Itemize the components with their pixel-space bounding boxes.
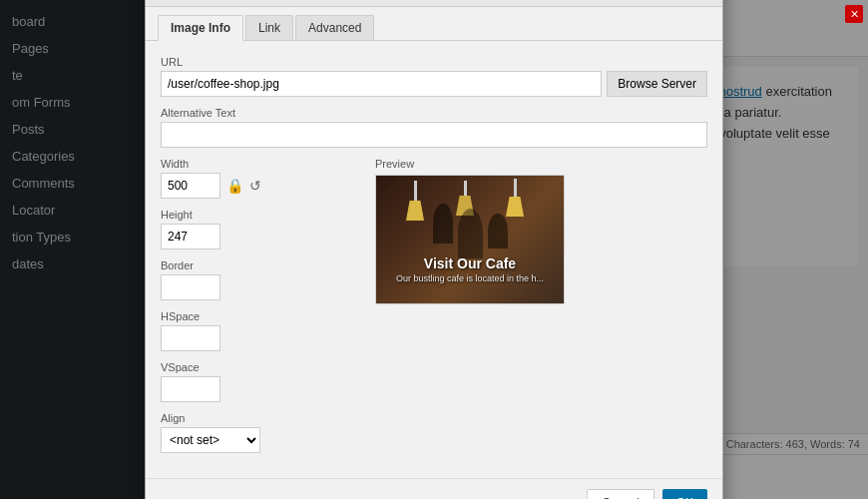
modal-overlay: Image Properties × Image Info Link Advan… bbox=[0, 0, 868, 499]
align-select[interactable]: <not set> Left Right Center bbox=[161, 427, 260, 453]
hspace-input[interactable] bbox=[161, 325, 220, 351]
cancel-button[interactable]: Cancel bbox=[587, 489, 653, 499]
modal-left-panel: Width 🔒 ↺ Height Border bbox=[161, 158, 360, 463]
cafe-image: Visit Our Cafe Our bustling cafe is loca… bbox=[376, 176, 564, 303]
preview-image: Visit Our Cafe Our bustling cafe is loca… bbox=[375, 175, 565, 304]
tab-image-info[interactable]: Image Info bbox=[158, 15, 243, 41]
width-group: Width 🔒 ↺ bbox=[161, 158, 360, 199]
vspace-group: VSpace bbox=[161, 361, 360, 402]
height-group: Height bbox=[161, 209, 360, 250]
modal-tabs: Image Info Link Advanced bbox=[146, 7, 722, 41]
tab-link[interactable]: Link bbox=[245, 15, 293, 40]
hspace-label: HSpace bbox=[161, 310, 360, 322]
border-label: Border bbox=[161, 259, 360, 271]
width-input[interactable] bbox=[161, 173, 220, 199]
modal-header: Image Properties × bbox=[146, 0, 722, 7]
vspace-input[interactable] bbox=[161, 376, 220, 402]
silhouettes bbox=[376, 204, 564, 258]
vspace-label: VSpace bbox=[161, 361, 360, 373]
width-label: Width bbox=[161, 158, 360, 170]
alt-text-group: Alternative Text bbox=[161, 107, 707, 148]
alt-text-input[interactable] bbox=[161, 122, 707, 148]
cafe-subtitle-text: Our bustling cafe is located in the h... bbox=[386, 273, 554, 283]
ok-button[interactable]: OK bbox=[662, 489, 707, 499]
border-input[interactable] bbox=[161, 274, 220, 300]
hspace-group: HSpace bbox=[161, 310, 360, 351]
browse-server-button[interactable]: Browse Server bbox=[607, 71, 707, 97]
tab-advanced[interactable]: Advanced bbox=[295, 15, 374, 40]
lock-icon[interactable]: 🔒 bbox=[226, 178, 243, 194]
url-label: URL bbox=[161, 56, 707, 68]
alt-text-label: Alternative Text bbox=[161, 107, 707, 119]
modal-right-panel: Preview bbox=[375, 158, 707, 463]
cafe-overlay-text: Visit Our Cafe Our bustling cafe is loca… bbox=[386, 255, 554, 283]
image-properties-modal: Image Properties × Image Info Link Advan… bbox=[145, 0, 723, 499]
screen-close-button[interactable]: ✕ bbox=[845, 5, 863, 23]
cafe-title-text: Visit Our Cafe bbox=[386, 255, 554, 271]
refresh-icon[interactable]: ↺ bbox=[249, 178, 261, 194]
url-input[interactable] bbox=[161, 71, 602, 97]
height-input[interactable] bbox=[161, 224, 220, 250]
border-group: Border bbox=[161, 259, 360, 300]
preview-label: Preview bbox=[375, 158, 707, 170]
size-row: 🔒 ↺ bbox=[161, 173, 360, 199]
align-label: Align bbox=[161, 412, 360, 424]
url-group: URL Browse Server bbox=[161, 56, 707, 97]
height-label: Height bbox=[161, 209, 360, 221]
align-group: Align <not set> Left Right Center bbox=[161, 412, 360, 453]
url-row: Browse Server bbox=[161, 71, 707, 97]
modal-footer: Cancel OK bbox=[146, 478, 722, 499]
modal-body-inner: Width 🔒 ↺ Height Border bbox=[161, 158, 707, 463]
modal-body: URL Browse Server Alternative Text Width bbox=[146, 41, 722, 478]
